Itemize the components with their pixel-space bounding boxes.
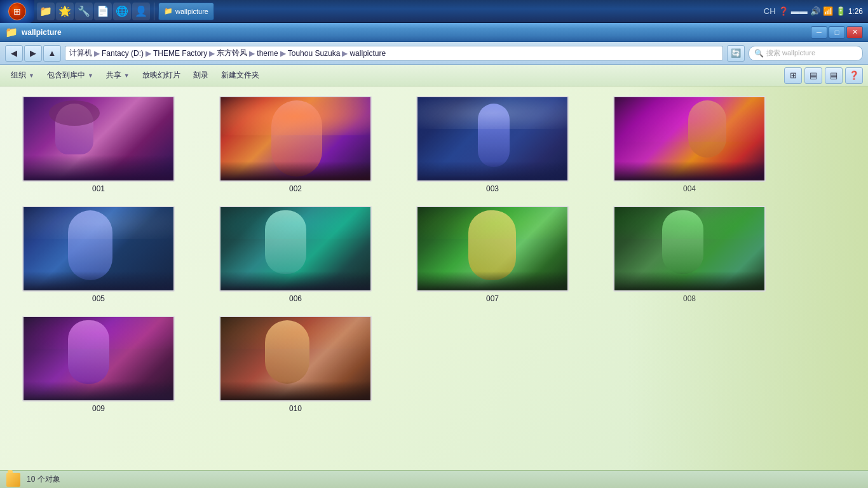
bc-wallpicture[interactable]: wallpicture bbox=[349, 49, 386, 58]
taskbar-divider bbox=[154, 3, 154, 20]
view-small-icon[interactable]: ▤ bbox=[804, 67, 822, 84]
addressbar: ◀ ▶ ▲ 计算机 ▶ Fantacy (D:) ▶ THEME Factory… bbox=[0, 42, 868, 65]
image-item-006[interactable]: 006 bbox=[207, 206, 384, 303]
image-item-002[interactable]: 002 bbox=[207, 96, 384, 193]
view-details[interactable]: ▤ bbox=[825, 67, 843, 84]
object-count: 10 个对象 bbox=[27, 474, 60, 485]
battery-icon: 🔋 bbox=[836, 6, 846, 16]
bc-touhou[interactable]: Touhou Suzuka bbox=[288, 49, 341, 58]
image-item-010[interactable]: 010 bbox=[207, 316, 384, 413]
taskbar-right: CH ❓ ▬▬ 🔊 📶 🔋 1:26 bbox=[764, 6, 868, 16]
titlebar: 📁 wallpicture ─ □ ✕ bbox=[0, 23, 868, 42]
view-large-icon[interactable]: ⊞ bbox=[784, 67, 802, 84]
taskbar: ⊞ 📁 🌟 🔧 📄 🌐 👤 📁 wallpicture CH ❓ ▬▬ 🔊 📶 … bbox=[0, 0, 868, 23]
thumbnail-005 bbox=[22, 206, 175, 292]
thumbnail-002 bbox=[219, 96, 372, 182]
label-010: 010 bbox=[289, 404, 302, 413]
label-003: 003 bbox=[486, 184, 499, 193]
add-to-library-button[interactable]: 包含到库中 ▼ bbox=[41, 67, 99, 84]
help-button[interactable]: ❓ bbox=[845, 67, 863, 84]
label-006: 006 bbox=[289, 294, 302, 303]
label-008: 008 bbox=[683, 294, 696, 303]
thumbnail-grid: 001 002 003 004 bbox=[6, 93, 862, 416]
label-004: 004 bbox=[683, 184, 696, 193]
titlebar-controls: ─ □ ✕ bbox=[811, 26, 863, 39]
nav-buttons: ◀ ▶ ▲ bbox=[5, 45, 61, 62]
help-icon: ❓ bbox=[778, 6, 789, 16]
thumbnail-006 bbox=[219, 206, 372, 292]
clock: 1:26 bbox=[848, 7, 863, 16]
image-item-009[interactable]: 009 bbox=[10, 316, 187, 413]
bc-theme[interactable]: theme bbox=[257, 49, 278, 58]
network-status: 📶 bbox=[823, 6, 833, 16]
start-orb: ⊞ bbox=[8, 3, 26, 20]
taskbar-app-1[interactable]: 📁 bbox=[37, 3, 55, 20]
up-button[interactable]: ▲ bbox=[43, 45, 61, 62]
folder-icon bbox=[6, 473, 20, 487]
start-button[interactable]: ⊞ bbox=[0, 0, 34, 23]
taskbar-apps: 📁 🌟 🔧 📄 🌐 👤 📁 wallpicture bbox=[34, 3, 217, 20]
share-button[interactable]: 共享 ▼ bbox=[100, 67, 135, 84]
label-001: 001 bbox=[92, 184, 105, 193]
maximize-button[interactable]: □ bbox=[829, 26, 845, 39]
bc-drive[interactable]: Fantacy (D:) bbox=[102, 49, 144, 58]
image-item-008[interactable]: 008 bbox=[600, 206, 778, 303]
network-icon: ▬▬ bbox=[791, 6, 808, 16]
search-box[interactable]: 🔍 搜索 wallpicture bbox=[749, 46, 863, 61]
taskbar-app-6[interactable]: 👤 bbox=[132, 3, 150, 20]
label-002: 002 bbox=[289, 184, 302, 193]
burn-button[interactable]: 刻录 bbox=[187, 67, 214, 84]
ch-indicator: CH bbox=[764, 6, 776, 16]
library-arrow: ▼ bbox=[88, 72, 93, 79]
file-browser-content: 001 002 003 004 bbox=[0, 86, 868, 470]
slideshow-button[interactable]: 放映幻灯片 bbox=[137, 67, 186, 84]
bc-theme-factory[interactable]: THEME Factory bbox=[153, 49, 207, 58]
window-icon: 📁 bbox=[5, 26, 18, 38]
volume-icon: 🔊 bbox=[810, 6, 820, 16]
search-placeholder: 搜索 wallpicture bbox=[766, 48, 815, 58]
window-title: wallpicture bbox=[22, 28, 62, 37]
forward-button[interactable]: ▶ bbox=[24, 45, 42, 62]
statusbar: 10 个对象 bbox=[0, 470, 868, 488]
bc-dongfang[interactable]: 东方铃风 bbox=[217, 48, 247, 58]
thumbnail-010 bbox=[219, 316, 372, 402]
image-item-007[interactable]: 007 bbox=[403, 206, 581, 303]
new-folder-button[interactable]: 新建文件夹 bbox=[215, 67, 265, 84]
close-button[interactable]: ✕ bbox=[846, 26, 863, 39]
bc-computer[interactable]: 计算机 bbox=[69, 48, 92, 58]
taskbar-app-5[interactable]: 🌐 bbox=[113, 3, 131, 20]
image-item-001[interactable]: 001 bbox=[10, 96, 187, 193]
breadcrumb[interactable]: 计算机 ▶ Fantacy (D:) ▶ THEME Factory ▶ 东方铃… bbox=[65, 46, 723, 61]
organize-arrow: ▼ bbox=[29, 72, 34, 79]
image-item-005[interactable]: 005 bbox=[10, 206, 187, 303]
back-button[interactable]: ◀ bbox=[5, 45, 23, 62]
refresh-button[interactable]: 🔄 bbox=[727, 45, 745, 62]
image-item-004[interactable]: 004 bbox=[600, 96, 778, 193]
taskbar-app-4[interactable]: 📄 bbox=[94, 3, 112, 20]
taskbar-app-2[interactable]: 🌟 bbox=[56, 3, 74, 20]
share-arrow: ▼ bbox=[124, 72, 130, 79]
label-005: 005 bbox=[92, 294, 105, 303]
toolbar: 组织 ▼ 包含到库中 ▼ 共享 ▼ 放映幻灯片 刻录 新建文件夹 ⊞ ▤ ▤ ❓ bbox=[0, 65, 868, 86]
label-009: 009 bbox=[92, 404, 105, 413]
thumbnail-003 bbox=[416, 96, 569, 182]
taskbar-app-3[interactable]: 🔧 bbox=[75, 3, 93, 20]
titlebar-left: 📁 wallpicture bbox=[5, 26, 62, 38]
organize-button[interactable]: 组织 ▼ bbox=[5, 67, 40, 84]
thumbnail-001 bbox=[22, 96, 175, 182]
active-window-btn[interactable]: 📁 wallpicture bbox=[158, 3, 214, 20]
thumbnail-008 bbox=[613, 206, 766, 292]
search-icon: 🔍 bbox=[754, 49, 764, 58]
thumbnail-009 bbox=[22, 316, 175, 402]
thumbnail-007 bbox=[416, 206, 569, 292]
label-007: 007 bbox=[486, 294, 499, 303]
minimize-button[interactable]: ─ bbox=[811, 26, 827, 39]
thumbnail-004 bbox=[613, 96, 766, 182]
image-item-003[interactable]: 003 bbox=[403, 96, 581, 193]
